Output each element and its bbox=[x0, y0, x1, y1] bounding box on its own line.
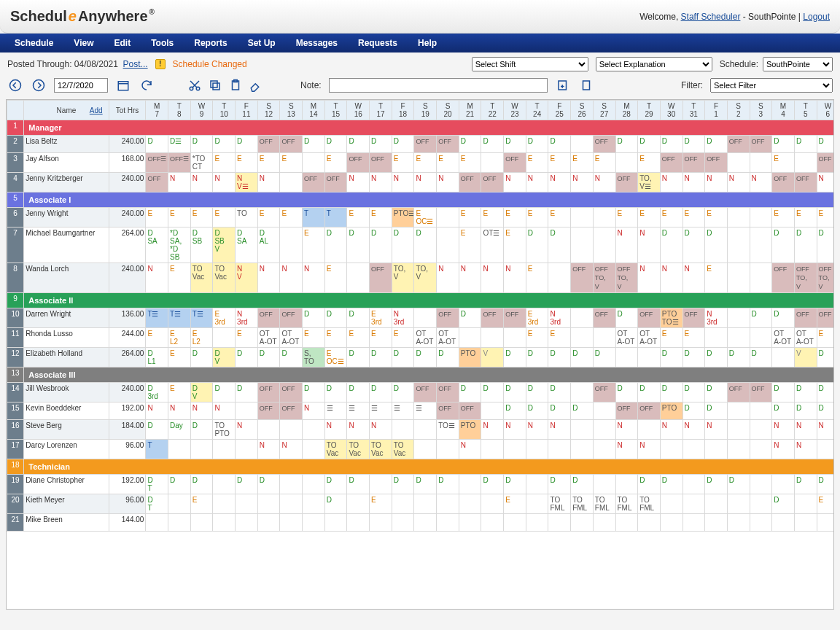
shift-cell[interactable]: E bbox=[303, 327, 325, 347]
shift-cell[interactable]: N3rd bbox=[392, 308, 414, 327]
shift-cell[interactable]: N bbox=[794, 419, 817, 439]
shift-cell[interactable] bbox=[727, 419, 750, 439]
shift-cell[interactable] bbox=[392, 494, 414, 513]
shift-cell[interactable]: N bbox=[660, 173, 682, 192]
shift-cell[interactable]: D bbox=[504, 347, 526, 367]
shift-cell[interactable] bbox=[750, 439, 772, 459]
shift-cell[interactable] bbox=[526, 513, 548, 531]
shift-cell[interactable] bbox=[571, 327, 594, 347]
shift-cell[interactable]: D bbox=[660, 136, 682, 153]
shift-cell[interactable] bbox=[571, 513, 594, 531]
shift-cell[interactable]: OT☰ bbox=[481, 228, 504, 263]
shift-cell[interactable]: D bbox=[303, 382, 325, 402]
shift-cell[interactable] bbox=[236, 402, 258, 419]
shift-cell[interactable]: E bbox=[548, 327, 571, 347]
day-header[interactable]: S20 bbox=[437, 101, 459, 120]
shift-cell[interactable]: E bbox=[548, 208, 571, 228]
shift-cell[interactable] bbox=[213, 494, 236, 513]
employee-name[interactable]: Darcy Lorenzen bbox=[24, 439, 109, 459]
employee-name[interactable]: Jenny Kritzberger bbox=[24, 173, 109, 192]
shift-cell[interactable]: D bbox=[324, 308, 347, 327]
user-link[interactable]: Staff Scheduler bbox=[681, 12, 741, 22]
shift-cell[interactable]: E bbox=[370, 327, 392, 347]
shift-cell[interactable]: E bbox=[459, 228, 481, 263]
shift-cell[interactable]: D bbox=[794, 402, 817, 419]
shift-cell[interactable] bbox=[437, 208, 459, 228]
day-header[interactable]: W23 bbox=[504, 101, 526, 120]
shift-cell[interactable]: D bbox=[347, 347, 370, 367]
shift-cell[interactable] bbox=[705, 439, 728, 459]
shift-cell[interactable] bbox=[794, 153, 817, 173]
shift-cell[interactable]: D bbox=[705, 347, 728, 367]
shift-cell[interactable] bbox=[593, 439, 615, 459]
shift-cell[interactable]: OFF bbox=[437, 308, 459, 327]
shift-cell[interactable]: E bbox=[682, 327, 705, 347]
shift-cell[interactable] bbox=[303, 494, 325, 513]
schedule-grid[interactable]: NameAdd Tot Hrs M7T8W9T10F11S12S13M14T15… bbox=[6, 99, 834, 610]
shift-cell[interactable]: D bbox=[705, 228, 728, 263]
shift-cell[interactable]: OTA-OT bbox=[437, 327, 459, 347]
day-header[interactable]: F25 bbox=[548, 101, 571, 120]
shift-cell[interactable]: E3rd bbox=[370, 308, 392, 327]
shift-cell[interactable]: PTO bbox=[459, 347, 481, 367]
shift-cell[interactable] bbox=[414, 439, 437, 459]
shift-cell[interactable]: D bbox=[660, 474, 682, 494]
shift-cell[interactable]: E bbox=[347, 327, 370, 347]
shift-cell[interactable]: Day bbox=[168, 419, 191, 439]
shift-cell[interactable]: E bbox=[190, 494, 213, 513]
shift-cell[interactable] bbox=[727, 439, 750, 459]
shift-cell[interactable]: E bbox=[772, 208, 795, 228]
shift-cell[interactable] bbox=[437, 494, 459, 513]
shift-cell[interactable]: D bbox=[504, 474, 526, 494]
shift-cell[interactable] bbox=[682, 474, 705, 494]
shift-cell[interactable]: OFF bbox=[280, 382, 303, 402]
employee-name[interactable]: Diane Christopher bbox=[24, 474, 109, 494]
shift-cell[interactable]: N bbox=[392, 173, 414, 192]
employee-name[interactable]: Lisa Beltz bbox=[24, 136, 109, 153]
shift-cell[interactable]: OFF bbox=[504, 308, 526, 327]
shift-cell[interactable]: E bbox=[324, 327, 347, 347]
shift-cell[interactable]: E bbox=[303, 228, 325, 263]
shift-cell[interactable]: D bbox=[638, 136, 661, 153]
shift-cell[interactable]: D bbox=[817, 136, 834, 153]
shift-cell[interactable]: N bbox=[794, 439, 817, 459]
shift-cell[interactable]: EOC☰ bbox=[324, 347, 347, 367]
shift-cell[interactable]: N bbox=[213, 402, 236, 419]
shift-cell[interactable]: E bbox=[213, 208, 236, 228]
menu-tools[interactable]: Tools bbox=[151, 38, 174, 48]
shift-cell[interactable]: D bbox=[682, 402, 705, 419]
shift-cell[interactable]: TOPTO bbox=[213, 419, 236, 439]
shift-cell[interactable]: D bbox=[615, 308, 638, 327]
shift-cell[interactable]: E3rd bbox=[526, 308, 548, 327]
shift-cell[interactable] bbox=[459, 494, 481, 513]
shift-cell[interactable]: D bbox=[571, 347, 594, 367]
shift-cell[interactable]: E bbox=[526, 327, 548, 347]
shift-cell[interactable] bbox=[593, 208, 615, 228]
employee-name[interactable]: Jill Wesbrook bbox=[24, 382, 109, 402]
shift-cell[interactable]: D bbox=[526, 382, 548, 402]
shift-cell[interactable]: D bbox=[370, 382, 392, 402]
menu-view[interactable]: View bbox=[74, 38, 93, 48]
shift-cell[interactable]: E bbox=[146, 208, 168, 228]
shift-cell[interactable]: E bbox=[593, 153, 615, 173]
shift-cell[interactable] bbox=[257, 494, 280, 513]
shift-cell[interactable]: T bbox=[303, 208, 325, 228]
day-header[interactable]: S3 bbox=[750, 101, 772, 120]
shift-cell[interactable]: EL2 bbox=[168, 327, 191, 347]
shift-cell[interactable]: E bbox=[324, 153, 347, 173]
shift-cell[interactable]: D bbox=[347, 308, 370, 327]
shift-cell[interactable]: D bbox=[682, 382, 705, 402]
shift-cell[interactable]: OFF bbox=[593, 308, 615, 327]
shift-cell[interactable]: N bbox=[817, 419, 834, 439]
day-header[interactable]: T29 bbox=[638, 101, 661, 120]
shift-cell[interactable] bbox=[303, 513, 325, 531]
shift-cell[interactable]: N bbox=[190, 173, 213, 192]
shift-cell[interactable]: D bbox=[660, 382, 682, 402]
shift-cell[interactable] bbox=[750, 327, 772, 347]
shift-cell[interactable] bbox=[682, 513, 705, 531]
shift-cell[interactable] bbox=[526, 474, 548, 494]
shift-cell[interactable]: D bbox=[459, 308, 481, 327]
shift-cell[interactable]: N bbox=[638, 228, 661, 263]
shift-cell[interactable]: OFF bbox=[146, 173, 168, 192]
shift-cell[interactable] bbox=[593, 419, 615, 439]
